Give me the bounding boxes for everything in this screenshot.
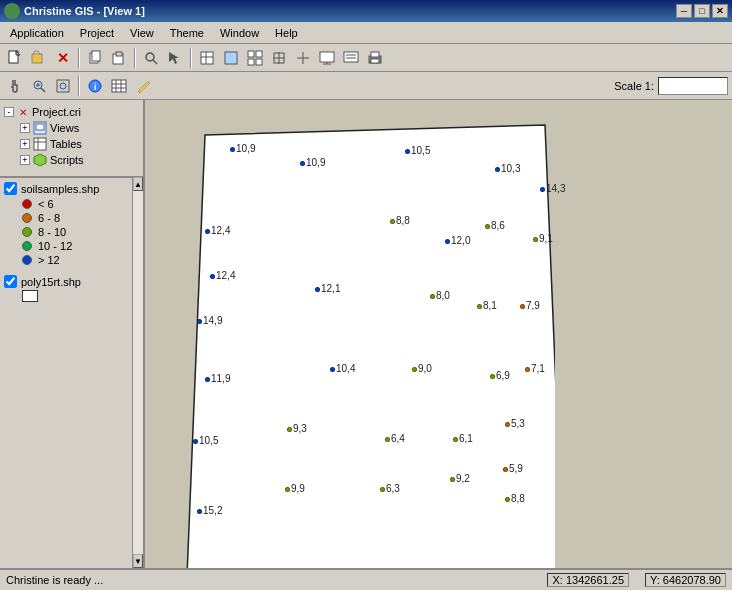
data-point-12: 8,0 <box>430 290 450 301</box>
copy-button[interactable] <box>84 47 106 69</box>
point-label-13: 8,1 <box>483 300 497 311</box>
window-title: Christine GIS - [View 1] <box>24 5 676 17</box>
scripts-expand[interactable]: + <box>20 155 30 165</box>
tool-f[interactable] <box>316 47 338 69</box>
point-label-22: 9,3 <box>293 423 307 434</box>
paste-button[interactable] <box>108 47 130 69</box>
zoom-in-tool[interactable] <box>28 75 50 97</box>
menu-help[interactable]: Help <box>267 25 306 41</box>
soilsamples-items: < 6 6 - 8 8 - 10 10 - 12 <box>4 197 128 267</box>
point-label-1: 10,9 <box>306 157 325 168</box>
zoom-extent-tool[interactable] <box>52 75 74 97</box>
tables-expand[interactable]: + <box>20 139 30 149</box>
data-point-31: 15,2 <box>197 505 222 516</box>
menu-window[interactable]: Window <box>212 25 267 41</box>
point-label-8: 8,6 <box>491 220 505 231</box>
tree-item-scripts[interactable]: + Scripts <box>20 152 139 168</box>
print-button[interactable] <box>364 47 386 69</box>
tool-e[interactable] <box>292 47 314 69</box>
point-label-28: 9,2 <box>456 473 470 484</box>
data-point-28: 9,2 <box>450 473 470 484</box>
soilsamples-checkbox[interactable] <box>4 182 17 195</box>
table-tool[interactable] <box>108 75 130 97</box>
dot-12 <box>430 294 435 299</box>
point-label-4: 14,3 <box>546 183 565 194</box>
delete-button[interactable]: ✕ <box>52 47 74 69</box>
dot-24 <box>453 437 458 442</box>
scale-input[interactable] <box>658 77 728 95</box>
scripts-label[interactable]: Scripts <box>50 154 84 166</box>
point-label-30: 8,8 <box>511 493 525 504</box>
scroll-down-button[interactable]: ▼ <box>133 554 143 568</box>
map-area[interactable]: 10,910,910,510,314,312,48,812,08,69,112,… <box>145 100 732 568</box>
find-button[interactable] <box>140 47 162 69</box>
project-icon: ✕ <box>16 105 30 119</box>
point-label-6: 8,8 <box>396 215 410 226</box>
point-label-23: 6,4 <box>391 433 405 444</box>
views-expand[interactable]: + <box>20 123 30 133</box>
views-label[interactable]: Views <box>50 122 79 134</box>
select-button[interactable] <box>164 47 186 69</box>
point-label-19: 6,9 <box>496 370 510 381</box>
app-icon <box>4 3 20 19</box>
legend-scrollbar[interactable]: ▲ ▼ <box>132 177 143 568</box>
toolbar-2: i Scale 1: <box>0 72 732 100</box>
dot-8 <box>485 224 490 229</box>
new-button[interactable] <box>4 47 26 69</box>
point-label-7: 12,0 <box>451 235 470 246</box>
separator-3 <box>190 48 192 68</box>
views-icon <box>33 121 47 135</box>
dot-13 <box>477 304 482 309</box>
dot-27 <box>380 487 385 492</box>
point-label-0: 10,9 <box>236 143 255 154</box>
tree-expand-root[interactable]: - <box>4 107 14 117</box>
data-point-19: 6,9 <box>490 370 510 381</box>
svg-rect-25 <box>344 52 358 62</box>
tree-item-tables[interactable]: + Tables <box>20 136 139 152</box>
left-panel: - ✕ Project.cri + Views + Tables <box>0 100 145 568</box>
dot-0 <box>230 147 235 152</box>
dot-26 <box>285 487 290 492</box>
svg-rect-47 <box>34 138 46 150</box>
minimize-button[interactable]: ─ <box>676 4 692 18</box>
scroll-up-button[interactable]: ▲ <box>133 177 143 191</box>
dot-31 <box>197 509 202 514</box>
main-area: - ✕ Project.cri + Views + Tables <box>0 100 732 568</box>
scroll-track <box>133 191 143 554</box>
dot-11 <box>315 287 320 292</box>
hand-tool[interactable] <box>4 75 26 97</box>
scale-label: Scale 1: <box>614 77 728 95</box>
svg-rect-4 <box>92 51 100 61</box>
label-8-10: 8 - 10 <box>38 226 66 238</box>
tool-d[interactable] <box>268 47 290 69</box>
data-point-3: 10,3 <box>495 163 520 174</box>
dot-4 <box>540 187 545 192</box>
menu-view[interactable]: View <box>122 25 162 41</box>
close-button[interactable]: ✕ <box>712 4 728 18</box>
toolbar-1: ✕ <box>0 44 732 72</box>
open-button[interactable] <box>28 47 50 69</box>
menu-application[interactable]: Application <box>2 25 72 41</box>
menu-project[interactable]: Project <box>72 25 122 41</box>
svg-rect-30 <box>371 59 379 63</box>
svg-rect-9 <box>201 52 213 64</box>
tool-g[interactable] <box>340 47 362 69</box>
data-point-20: 7,1 <box>525 363 545 374</box>
info-tool[interactable]: i <box>84 75 106 97</box>
svg-point-36 <box>60 83 66 89</box>
tool-a[interactable] <box>196 47 218 69</box>
tool-c[interactable] <box>244 47 266 69</box>
maximize-button[interactable]: □ <box>694 4 710 18</box>
separator-1 <box>78 48 80 68</box>
draw-tool[interactable] <box>132 75 154 97</box>
project-label[interactable]: Project.cri <box>32 106 81 118</box>
tree-item-views[interactable]: + Views <box>20 120 139 136</box>
dot-3 <box>495 167 500 172</box>
tool-b[interactable] <box>220 47 242 69</box>
menu-theme[interactable]: Theme <box>162 25 212 41</box>
data-point-2: 10,5 <box>405 145 430 156</box>
svg-rect-6 <box>116 52 122 56</box>
poly-checkbox[interactable] <box>4 275 17 288</box>
tables-label[interactable]: Tables <box>50 138 82 150</box>
dot-2 <box>405 149 410 154</box>
